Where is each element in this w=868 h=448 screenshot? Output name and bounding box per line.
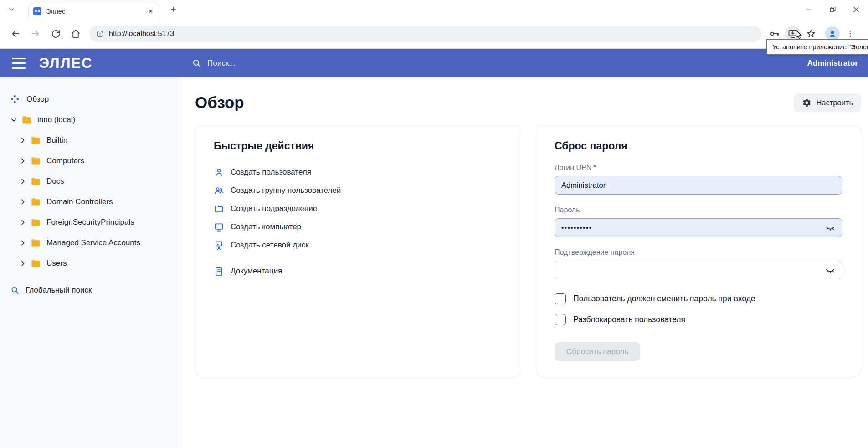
document-icon xyxy=(214,266,224,277)
eye-closed-icon[interactable] xyxy=(825,265,836,276)
action-create-user[interactable]: Создать пользователя xyxy=(214,163,503,181)
login-upn-input[interactable] xyxy=(561,181,836,190)
must-change-password-checkbox[interactable] xyxy=(555,293,566,304)
checkbox-row-change-password[interactable]: Пользователь должен сменить пароль при в… xyxy=(555,293,842,304)
chevron-right-icon xyxy=(19,178,26,185)
chevron-down-icon xyxy=(10,116,17,124)
folder-icon xyxy=(31,238,41,247)
menu-hamburger-icon[interactable] xyxy=(12,58,26,69)
new-tab-button[interactable] xyxy=(168,4,180,15)
url-input[interactable] xyxy=(109,30,755,38)
tab-close-icon[interactable] xyxy=(146,7,154,15)
chevron-right-icon xyxy=(19,198,26,206)
action-create-computer[interactable]: Создать компьютер xyxy=(214,218,503,236)
browser-tab[interactable]: Эллес xyxy=(28,3,159,19)
sidebar-item-overview[interactable]: Обзор xyxy=(0,89,180,109)
tree-node-computers[interactable]: Computers xyxy=(0,150,180,171)
browser-chrome: Эллес xyxy=(0,0,868,49)
app-favicon-icon xyxy=(33,7,41,15)
reload-button[interactable] xyxy=(50,28,62,40)
chevron-right-icon xyxy=(19,157,26,165)
eye-closed-icon[interactable] xyxy=(825,222,836,233)
tree-node-domain-controllers[interactable]: Domain Controllers xyxy=(0,191,180,212)
tab-search-button[interactable] xyxy=(5,3,18,16)
quick-actions-title: Быстрые действия xyxy=(214,140,503,152)
forward-button[interactable] xyxy=(30,28,41,40)
close-window-button[interactable] xyxy=(852,5,861,14)
site-info-icon[interactable] xyxy=(96,30,104,38)
tree-node-managed-service-accounts[interactable]: Managed Service Accounts xyxy=(0,232,180,253)
folder-icon xyxy=(31,177,41,185)
browser-toolbar xyxy=(0,19,868,48)
tab-title: Эллес xyxy=(46,8,146,15)
folder-icon xyxy=(31,218,41,227)
app-logo: ЭЛЛЕС xyxy=(39,55,92,72)
chevron-right-icon xyxy=(19,219,26,226)
login-upn-label: Логин UPN* xyxy=(555,164,842,172)
user-icon xyxy=(214,167,224,178)
folder-icon xyxy=(31,259,41,268)
tab-strip: Эллес xyxy=(0,0,868,19)
chevron-right-icon xyxy=(19,137,26,144)
action-documentation[interactable]: Документация xyxy=(214,262,503,280)
plus-icon xyxy=(170,6,177,13)
global-search-icon xyxy=(10,285,20,295)
minimize-button[interactable] xyxy=(804,5,813,14)
search-icon xyxy=(191,58,202,68)
password-reset-title: Сброс пароля xyxy=(555,140,842,152)
sidebar: Обзор inno (local) Builtin Computers Doc… xyxy=(0,77,180,448)
quick-actions-card: Быстрые действия Создать пользователя Со… xyxy=(195,125,521,376)
chevron-right-icon xyxy=(19,239,26,247)
chevron-right-icon xyxy=(19,260,26,267)
home-button[interactable] xyxy=(70,28,82,40)
tree-node-builtin[interactable]: Builtin xyxy=(0,130,180,150)
restore-button[interactable] xyxy=(828,5,837,14)
confirm-password-input[interactable] xyxy=(561,266,821,274)
checkbox-row-unlock-user[interactable]: Разблокировать пользователя xyxy=(555,314,842,325)
required-asterisk: * xyxy=(593,164,596,171)
password-reset-card: Сброс пароля Логин UPN* Пароль Подтвержд… xyxy=(536,125,861,376)
folder-icon xyxy=(31,197,41,206)
folder-outline-icon xyxy=(214,204,224,214)
overview-dots-icon xyxy=(10,94,20,104)
network-drive-icon xyxy=(214,240,224,251)
address-bar[interactable] xyxy=(89,26,761,42)
configure-button[interactable]: Настроить xyxy=(794,93,861,112)
mouse-cursor xyxy=(794,29,804,40)
action-create-network-drive[interactable]: Создать сетевой диск xyxy=(214,236,503,254)
unlock-user-checkbox[interactable] xyxy=(555,314,566,325)
header-search-input[interactable] xyxy=(207,59,326,68)
password-field-wrap xyxy=(555,218,842,237)
login-upn-field-wrap xyxy=(555,176,842,195)
install-app-tooltip: Установите приложение "Эллес" xyxy=(766,39,868,55)
folder-icon xyxy=(31,136,41,144)
action-create-user-group[interactable]: Создать группу пользователей xyxy=(214,181,503,200)
action-create-org-unit[interactable]: Создать подразделение xyxy=(214,200,503,218)
tree-node-foreign-security-principals[interactable]: ForeignSecurityPrincipals xyxy=(0,212,180,232)
password-label: Пароль xyxy=(555,206,842,214)
current-user[interactable]: Administrator xyxy=(807,59,858,68)
confirm-password-field-wrap xyxy=(555,261,842,279)
reset-password-button[interactable]: Сбросить пароль xyxy=(555,342,640,361)
tree-node-docs[interactable]: Docs xyxy=(0,171,180,191)
folder-icon xyxy=(22,115,31,124)
window-controls xyxy=(804,5,868,14)
tree-node-users[interactable]: Users xyxy=(0,253,180,273)
users-icon xyxy=(214,185,224,196)
header-search[interactable] xyxy=(191,58,326,68)
monitor-icon xyxy=(214,222,224,232)
folder-icon xyxy=(31,156,41,165)
sidebar-item-global-search[interactable]: Глобальный поиск xyxy=(0,280,180,300)
tree-node-domain[interactable]: inno (local) xyxy=(0,109,180,130)
back-button[interactable] xyxy=(10,28,21,40)
page-title: Обзор xyxy=(195,93,244,112)
confirm-password-label: Подтверждение пароля xyxy=(555,248,842,257)
password-input[interactable] xyxy=(561,224,821,232)
chevron-down-icon xyxy=(8,6,15,13)
gear-icon xyxy=(802,98,812,108)
main-content: Обзор Настроить Быстрые действия Создать… xyxy=(180,77,868,448)
app-header: ЭЛЛЕС Administrator xyxy=(0,49,868,77)
